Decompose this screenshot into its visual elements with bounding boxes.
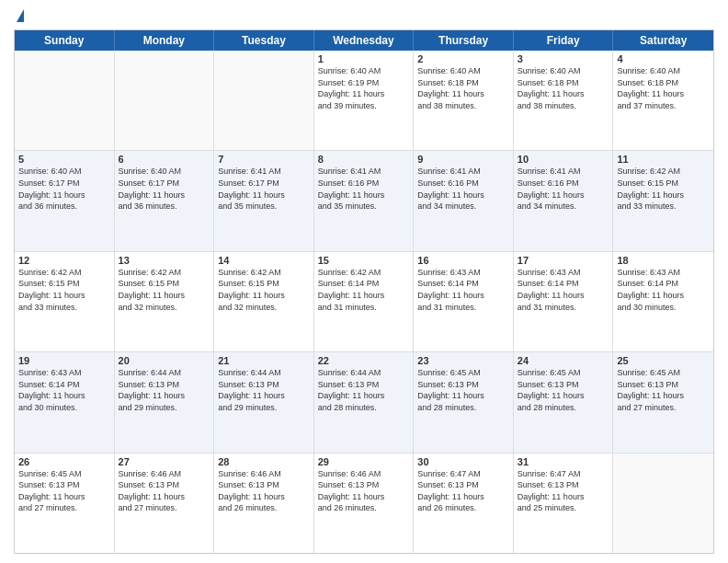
day-number: 19 — [18, 355, 110, 366]
cell-info: Sunrise: 6:42 AM Sunset: 6:15 PM Dayligh… — [18, 267, 110, 313]
cell-info: Sunrise: 6:41 AM Sunset: 6:16 PM Dayligh… — [417, 166, 509, 212]
calendar-cell: 9Sunrise: 6:41 AM Sunset: 6:16 PM Daylig… — [414, 151, 514, 250]
calendar-cell: 19Sunrise: 6:43 AM Sunset: 6:14 PM Dayli… — [15, 352, 115, 452]
calendar-cell: 30Sunrise: 6:47 AM Sunset: 6:13 PM Dayli… — [414, 454, 514, 553]
day-number: 29 — [318, 456, 410, 467]
cell-info: Sunrise: 6:40 AM Sunset: 6:17 PM Dayligh… — [18, 166, 110, 212]
day-number: 31 — [518, 456, 609, 467]
calendar-cell: 17Sunrise: 6:43 AM Sunset: 6:14 PM Dayli… — [514, 252, 614, 351]
day-number: 26 — [18, 456, 110, 467]
day-number: 17 — [518, 255, 609, 266]
calendar-cell-empty — [613, 454, 713, 553]
cell-info: Sunrise: 6:44 AM Sunset: 6:13 PM Dayligh… — [119, 367, 210, 413]
cell-info: Sunrise: 6:42 AM Sunset: 6:15 PM Dayligh… — [617, 166, 710, 212]
cell-info: Sunrise: 6:47 AM Sunset: 6:13 PM Dayligh… — [417, 468, 509, 514]
calendar-cell-empty — [115, 51, 215, 150]
cell-info: Sunrise: 6:41 AM Sunset: 6:17 PM Dayligh… — [218, 166, 310, 212]
day-number: 24 — [518, 355, 609, 366]
page: SundayMondayTuesdayWednesdayThursdayFrid… — [0, 0, 728, 563]
calendar-header-cell: Tuesday — [214, 30, 314, 51]
day-number: 30 — [417, 456, 509, 467]
day-number: 15 — [318, 255, 410, 266]
calendar: SundayMondayTuesdayWednesdayThursdayFrid… — [14, 29, 714, 554]
calendar-cell: 20Sunrise: 6:44 AM Sunset: 6:13 PM Dayli… — [115, 352, 215, 452]
cell-info: Sunrise: 6:40 AM Sunset: 6:18 PM Dayligh… — [417, 65, 509, 111]
calendar-header-cell: Sunday — [15, 30, 115, 51]
calendar-header-cell: Wednesday — [314, 30, 415, 51]
calendar-header-cell: Saturday — [613, 30, 713, 51]
cell-info: Sunrise: 6:40 AM Sunset: 6:18 PM Dayligh… — [617, 65, 710, 111]
calendar-cell: 3Sunrise: 6:40 AM Sunset: 6:18 PM Daylig… — [514, 51, 614, 150]
calendar-cell: 23Sunrise: 6:45 AM Sunset: 6:13 PM Dayli… — [414, 352, 514, 452]
calendar-cell: 29Sunrise: 6:46 AM Sunset: 6:13 PM Dayli… — [314, 454, 415, 553]
day-number: 9 — [417, 154, 509, 165]
cell-info: Sunrise: 6:46 AM Sunset: 6:13 PM Dayligh… — [119, 468, 210, 514]
calendar-cell: 14Sunrise: 6:42 AM Sunset: 6:15 PM Dayli… — [214, 252, 314, 351]
cell-info: Sunrise: 6:43 AM Sunset: 6:14 PM Dayligh… — [617, 267, 710, 313]
day-number: 28 — [218, 456, 310, 467]
day-number: 25 — [617, 355, 710, 366]
calendar-cell: 13Sunrise: 6:42 AM Sunset: 6:15 PM Dayli… — [115, 252, 215, 351]
calendar-cell: 7Sunrise: 6:41 AM Sunset: 6:17 PM Daylig… — [214, 151, 314, 250]
calendar-cell: 28Sunrise: 6:46 AM Sunset: 6:13 PM Dayli… — [214, 454, 314, 553]
calendar-cell: 18Sunrise: 6:43 AM Sunset: 6:14 PM Dayli… — [613, 252, 713, 351]
day-number: 22 — [318, 355, 410, 366]
calendar-cell: 25Sunrise: 6:45 AM Sunset: 6:13 PM Dayli… — [613, 352, 713, 452]
cell-info: Sunrise: 6:41 AM Sunset: 6:16 PM Dayligh… — [518, 166, 609, 212]
day-number: 23 — [417, 355, 509, 366]
calendar-cell: 21Sunrise: 6:44 AM Sunset: 6:13 PM Dayli… — [214, 352, 314, 452]
calendar-cell: 11Sunrise: 6:42 AM Sunset: 6:15 PM Dayli… — [613, 151, 713, 250]
cell-info: Sunrise: 6:45 AM Sunset: 6:13 PM Dayligh… — [518, 367, 609, 413]
cell-info: Sunrise: 6:40 AM Sunset: 6:17 PM Dayligh… — [119, 166, 210, 212]
day-number: 16 — [417, 255, 509, 266]
cell-info: Sunrise: 6:44 AM Sunset: 6:13 PM Dayligh… — [218, 367, 310, 413]
cell-info: Sunrise: 6:46 AM Sunset: 6:13 PM Dayligh… — [218, 468, 310, 514]
calendar-header-cell: Thursday — [414, 30, 514, 51]
day-number: 3 — [518, 53, 609, 64]
cell-info: Sunrise: 6:45 AM Sunset: 6:13 PM Dayligh… — [18, 468, 110, 514]
calendar-cell: 4Sunrise: 6:40 AM Sunset: 6:18 PM Daylig… — [613, 51, 713, 150]
day-number: 11 — [617, 154, 710, 165]
day-number: 12 — [18, 255, 110, 266]
cell-info: Sunrise: 6:42 AM Sunset: 6:14 PM Dayligh… — [318, 267, 410, 313]
calendar-cell: 31Sunrise: 6:47 AM Sunset: 6:13 PM Dayli… — [514, 454, 614, 553]
calendar-cell: 2Sunrise: 6:40 AM Sunset: 6:18 PM Daylig… — [414, 51, 514, 150]
cell-info: Sunrise: 6:45 AM Sunset: 6:13 PM Dayligh… — [417, 367, 509, 413]
cell-info: Sunrise: 6:43 AM Sunset: 6:14 PM Dayligh… — [417, 267, 509, 313]
day-number: 21 — [218, 355, 310, 366]
calendar-header-cell: Monday — [115, 30, 215, 51]
calendar-cell-empty — [15, 51, 115, 150]
day-number: 7 — [218, 154, 310, 165]
cell-info: Sunrise: 6:41 AM Sunset: 6:16 PM Dayligh… — [318, 166, 410, 212]
calendar-cell: 16Sunrise: 6:43 AM Sunset: 6:14 PM Dayli… — [414, 252, 514, 351]
cell-info: Sunrise: 6:43 AM Sunset: 6:14 PM Dayligh… — [518, 267, 609, 313]
day-number: 8 — [318, 154, 410, 165]
logo-blue-text — [14, 9, 24, 22]
calendar-cell: 1Sunrise: 6:40 AM Sunset: 6:19 PM Daylig… — [314, 51, 415, 150]
calendar-cell: 22Sunrise: 6:44 AM Sunset: 6:13 PM Dayli… — [314, 352, 415, 452]
day-number: 1 — [318, 53, 410, 64]
day-number: 5 — [18, 154, 110, 165]
calendar-cell: 5Sunrise: 6:40 AM Sunset: 6:17 PM Daylig… — [15, 151, 115, 250]
calendar-week: 26Sunrise: 6:45 AM Sunset: 6:13 PM Dayli… — [15, 454, 713, 553]
day-number: 14 — [218, 255, 310, 266]
calendar-body: 1Sunrise: 6:40 AM Sunset: 6:19 PM Daylig… — [15, 51, 713, 553]
day-number: 27 — [119, 456, 210, 467]
day-number: 6 — [119, 154, 210, 165]
calendar-week: 5Sunrise: 6:40 AM Sunset: 6:17 PM Daylig… — [15, 151, 713, 251]
cell-info: Sunrise: 6:40 AM Sunset: 6:18 PM Dayligh… — [518, 65, 609, 111]
day-number: 2 — [417, 53, 509, 64]
calendar-cell: 26Sunrise: 6:45 AM Sunset: 6:13 PM Dayli… — [15, 454, 115, 553]
cell-info: Sunrise: 6:42 AM Sunset: 6:15 PM Dayligh… — [119, 267, 210, 313]
cell-info: Sunrise: 6:47 AM Sunset: 6:13 PM Dayligh… — [518, 468, 609, 514]
calendar-cell: 10Sunrise: 6:41 AM Sunset: 6:16 PM Dayli… — [514, 151, 614, 250]
calendar-week: 19Sunrise: 6:43 AM Sunset: 6:14 PM Dayli… — [15, 352, 713, 453]
calendar-week: 12Sunrise: 6:42 AM Sunset: 6:15 PM Dayli… — [15, 252, 713, 352]
logo-triangle-icon — [17, 9, 24, 22]
calendar-week: 1Sunrise: 6:40 AM Sunset: 6:19 PM Daylig… — [15, 51, 713, 151]
calendar-cell: 8Sunrise: 6:41 AM Sunset: 6:16 PM Daylig… — [314, 151, 415, 250]
header — [14, 9, 714, 22]
calendar-cell: 12Sunrise: 6:42 AM Sunset: 6:15 PM Dayli… — [15, 252, 115, 351]
day-number: 18 — [617, 255, 710, 266]
day-number: 13 — [119, 255, 210, 266]
